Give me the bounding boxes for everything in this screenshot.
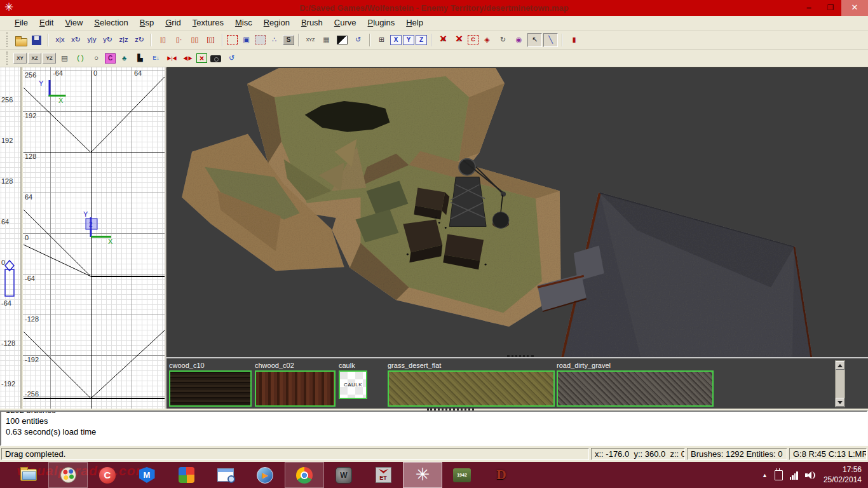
save-file-icon[interactable]	[29, 33, 44, 47]
csg-merge-icon[interactable]: ▣	[239, 33, 254, 47]
selection-box-icon[interactable]	[227, 35, 238, 44]
cubic-clip-icon[interactable]: ↺	[351, 33, 365, 47]
xy-grid-view[interactable]	[23, 67, 165, 409]
minimize-button[interactable]: –	[799, 0, 818, 16]
taskbar-media-player[interactable]: ▶	[245, 462, 285, 488]
restore-button[interactable]: ❐	[821, 0, 840, 16]
parentheses-icon[interactable]: ( )	[73, 51, 88, 65]
texture-thumbnail[interactable]	[255, 370, 336, 407]
taskbar-avg-antivirus[interactable]	[166, 462, 206, 488]
taskbar-ccleaner[interactable]: C	[88, 462, 127, 488]
nodraw-icon[interactable]: ×	[196, 53, 207, 63]
taskbar-radiant-editor[interactable]: ✳	[403, 462, 442, 488]
menu-grid[interactable]: Grid	[159, 16, 187, 29]
texture-browser[interactable]: cwood_c10chwood_c02caulkCAULKgrass_deser…	[166, 357, 868, 409]
hide-clips-icon[interactable]: C	[452, 33, 466, 47]
vertex-dots-icon[interactable]: ∴	[267, 33, 281, 47]
gamma-icon[interactable]	[335, 33, 349, 47]
patch-weld-icon[interactable]: ◈	[480, 33, 494, 47]
popup-window-icon[interactable]: ⊞	[374, 33, 389, 47]
network-signal-icon[interactable]	[790, 471, 798, 480]
menu-plugins[interactable]: Plugins	[362, 16, 401, 29]
menu-textures[interactable]: Textures	[187, 16, 229, 29]
z-axis-view[interactable]	[0, 67, 22, 409]
texture-thumbnail[interactable]	[557, 370, 714, 407]
power-icon[interactable]	[775, 470, 783, 480]
taskbar-world-of-tanks[interactable]: W	[324, 462, 363, 488]
view-yz-icon[interactable]: YZ	[43, 53, 56, 64]
texture-thumbnail[interactable]	[388, 370, 555, 407]
rotate-view-icon[interactable]: ↻	[496, 33, 510, 47]
menu-curve[interactable]: Curve	[329, 16, 362, 29]
camera-preview-icon[interactable]	[208, 51, 223, 65]
select-complete-tall-icon[interactable]: |▯	[156, 33, 170, 47]
texture-item-cwood_c10[interactable]: cwood_c10	[169, 362, 252, 407]
menu-edit[interactable]: Edit	[34, 16, 59, 29]
texture-thumbnail[interactable]	[169, 370, 252, 407]
scale-mode-icon[interactable]: ╲	[543, 33, 558, 47]
lock-x-icon[interactable]: X	[390, 35, 402, 45]
select-partial-tall-icon[interactable]: ▯▯	[187, 33, 202, 47]
taskbar-file-explorer[interactable]	[9, 462, 48, 488]
texture-lock-icon[interactable]: ▦	[319, 33, 334, 47]
entity-drop-icon[interactable]: E↓	[149, 51, 163, 65]
toolbar-grip[interactable]	[6, 51, 9, 65]
camera-3d-view[interactable]	[166, 67, 868, 357]
curve-patch-icon[interactable]: C	[105, 53, 116, 64]
rotate-x-icon[interactable]: x↻	[69, 33, 83, 47]
region-setting-icon[interactable]: C	[468, 35, 478, 44]
scroll-up-icon[interactable]	[836, 361, 844, 370]
close-button[interactable]: ✕	[841, 0, 868, 16]
open-file-icon[interactable]	[13, 33, 28, 47]
flip-y-icon[interactable]: y|y	[85, 33, 99, 47]
lock-z-icon[interactable]: Z	[416, 35, 427, 45]
select-touching-icon[interactable]: ▯·	[172, 33, 186, 47]
xyz-lock-icon[interactable]: XYZ	[303, 33, 318, 47]
hidden-icons-chevron-icon[interactable]: ▲	[762, 472, 768, 478]
refresh-models-icon[interactable]: ↺	[224, 51, 239, 65]
menu-brush[interactable]: Brush	[295, 16, 329, 29]
menu-bsp[interactable]: Bsp	[134, 16, 159, 29]
ellipse-tool-icon[interactable]: ○	[89, 51, 104, 65]
splitter-handle[interactable]	[507, 355, 534, 357]
leak-next-icon[interactable]: ◀|▶	[180, 51, 195, 65]
plugin-brick-icon[interactable]: ▮	[567, 33, 581, 47]
volume-icon[interactable]	[805, 471, 817, 480]
texture-thumbnail[interactable]: CAULK	[339, 370, 367, 399]
texture-item-grass_desert_flat[interactable]: grass_desert_flat	[388, 362, 555, 407]
texture-item-road_dirty_gravel[interactable]: road_dirty_gravel	[557, 362, 714, 407]
rotate-y-icon[interactable]: y↻	[100, 33, 115, 47]
translate-mode-icon[interactable]: ↖	[527, 33, 542, 47]
leak-prev-icon[interactable]: ▶|◀	[165, 51, 179, 65]
view-xy-icon[interactable]: XY	[13, 53, 27, 64]
flip-z-icon[interactable]: z|z	[116, 33, 131, 47]
menu-misc[interactable]: Misc	[229, 16, 258, 29]
taskbar-battlefield-1942[interactable]: 1942	[442, 462, 482, 488]
toolbar-grip[interactable]	[6, 32, 9, 47]
hide-models-icon[interactable]: M	[436, 33, 451, 47]
menu-help[interactable]: Help	[400, 16, 429, 29]
select-inside-box-icon[interactable]	[255, 35, 266, 44]
taskbar-malwarebytes[interactable]: M	[127, 462, 166, 488]
taskbar-wolfenstein-et[interactable]: ET	[363, 462, 403, 488]
texture-item-chwood_c02[interactable]: chwood_c02	[255, 362, 336, 407]
console-log-icon[interactable]: ▤	[57, 51, 72, 65]
clock[interactable]: 17:56 25/02/2014	[824, 465, 862, 485]
menu-region[interactable]: Region	[258, 16, 295, 29]
flip-x-icon[interactable]: x|x	[53, 33, 67, 47]
surface-inspector-icon[interactable]: S	[283, 35, 294, 45]
select-inside-icon[interactable]: [▯]	[203, 33, 218, 47]
scroll-down-icon[interactable]	[836, 398, 844, 407]
free-rotation-icon[interactable]: ◉	[512, 33, 526, 47]
texture-scrollbar[interactable]	[835, 360, 845, 407]
splitter-handle[interactable]	[427, 409, 474, 410]
menu-file[interactable]: File	[9, 16, 34, 29]
taskbar-paint[interactable]	[48, 462, 88, 488]
menu-view[interactable]: View	[59, 16, 88, 29]
taskbar-chrome[interactable]	[285, 462, 324, 488]
view-xz-icon[interactable]: XZ	[28, 53, 41, 64]
taskbar-diablo[interactable]: D	[482, 462, 521, 488]
taskbar-web-search[interactable]	[206, 462, 245, 488]
menu-selection[interactable]: Selection	[88, 16, 133, 29]
rotate-z-icon[interactable]: z↻	[132, 33, 147, 47]
